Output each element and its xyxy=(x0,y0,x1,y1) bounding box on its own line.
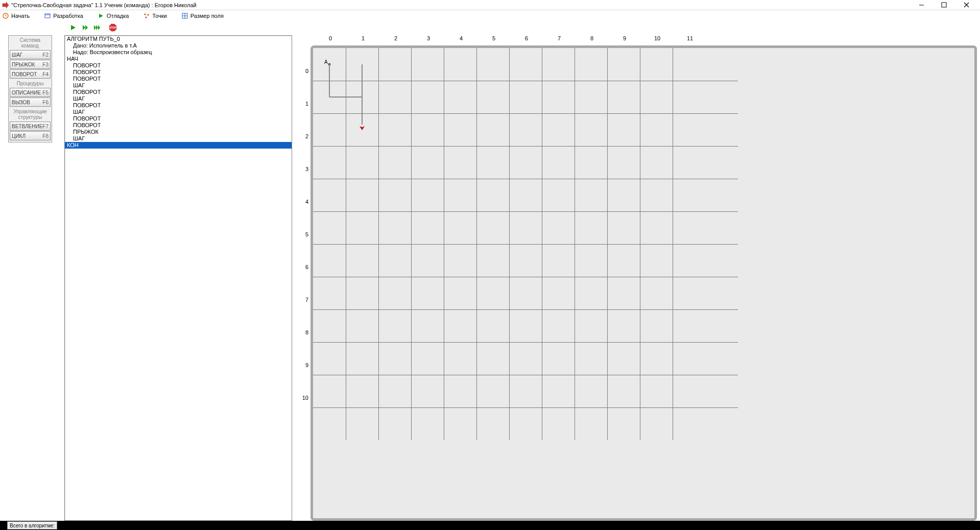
toolbar-develop-label: Разработка xyxy=(53,13,83,19)
svg-rect-5 xyxy=(45,14,50,18)
step-into-button[interactable] xyxy=(93,23,102,32)
points-icon xyxy=(143,12,150,19)
toolbar-start-label: Начать xyxy=(11,13,30,19)
develop-icon xyxy=(44,12,51,19)
toolbar-debug[interactable]: Отладка xyxy=(98,12,129,19)
minimize-button[interactable] xyxy=(914,1,929,10)
step-over-button[interactable] xyxy=(81,23,90,32)
run-button[interactable] xyxy=(68,23,78,32)
toolbar-points[interactable]: Точки xyxy=(143,12,166,19)
toolbar-debug-label: Отладка xyxy=(107,13,129,19)
main-toolbar: Начать Разработка Отладка Точки Размер п… xyxy=(0,10,980,20)
svg-point-8 xyxy=(148,14,149,16)
work-area: Система команд ШАГF2 ПРЫЖОКF3 ПОВОРОТF4 … xyxy=(0,32,980,35)
window-title: "Стрелочка-Свободная задача" 1.1 Ученик … xyxy=(11,2,197,8)
toolbar-develop[interactable]: Разработка xyxy=(44,12,83,19)
maximize-button[interactable] xyxy=(936,1,951,10)
svg-text:STOP: STOP xyxy=(109,26,116,29)
toolbar-fieldsize[interactable]: Размер поля xyxy=(181,12,224,19)
close-button[interactable] xyxy=(959,1,974,10)
debug-icon xyxy=(98,12,105,19)
svg-point-9 xyxy=(146,17,147,18)
fieldsize-icon xyxy=(181,12,188,19)
title-bar: "Стрелочка-Свободная задача" 1.1 Ученик … xyxy=(0,0,980,10)
app-icon xyxy=(2,2,9,9)
stop-button[interactable]: STOP xyxy=(108,23,117,32)
toolbar-points-label: Точки xyxy=(152,13,166,19)
start-icon xyxy=(2,12,9,19)
svg-point-7 xyxy=(145,14,146,15)
toolbar-fieldsize-label: Размер поля xyxy=(190,13,224,19)
toolbar-start[interactable]: Начать xyxy=(2,12,30,19)
window-buttons xyxy=(914,1,978,10)
svg-rect-1 xyxy=(942,3,946,7)
